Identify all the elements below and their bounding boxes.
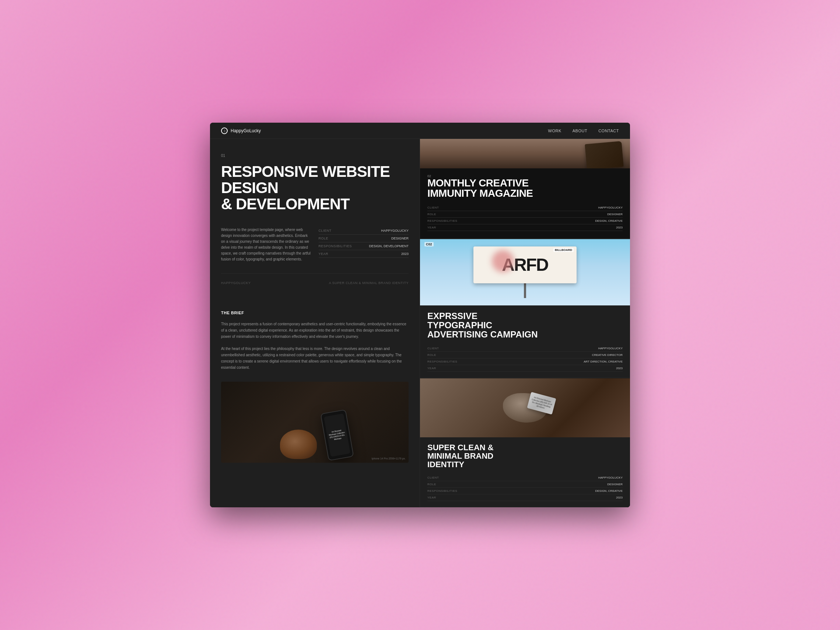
brief-para1: This project represents a fusion of cont… (221, 321, 409, 340)
p03-resp-label: RESPONSIBILITIES (427, 360, 457, 363)
p04-resp-label: RESPONSIBILITIES (427, 489, 457, 493)
browser-window: HappyGoLucky WORK ABOUT CONTACT 01 RESPO… (210, 123, 630, 507)
p03-client-value: HAPPYGOLUCKY (598, 347, 623, 350)
phone-mockup: Art Directed Mockups Collection (05) A/W… (320, 409, 354, 461)
p02-year-label: YEAR (427, 226, 436, 229)
nav-contact[interactable]: CONTACT (598, 129, 619, 133)
billboard-structure: BILLBOARD ARFD (470, 246, 580, 298)
p02-role-label: ROLE (427, 213, 436, 216)
bowl-shape (280, 429, 317, 459)
responsibilities-label: RESPONSIBILITIES (319, 244, 352, 248)
project-04-block: Art Directed Mockups Collection (05) A/W… (420, 378, 630, 507)
book-mockup (585, 141, 624, 168)
billboard-label: BILLBOARD (553, 248, 574, 252)
p02-client-value: HAPPYGOLUCKY (598, 206, 623, 209)
project-01-meta-desc: Welcome to the project template page, wh… (221, 227, 409, 262)
p04-meta-year: YEAR 2023 (427, 494, 623, 501)
project-01-description: Welcome to the project template page, wh… (221, 227, 311, 262)
meta-row-year: YEAR 2023 (319, 250, 409, 258)
p03-meta-year: YEAR 2023 (427, 365, 623, 372)
billboard-code: C02 (425, 242, 434, 246)
phone-caption: Iphone 14 Pro 2556×1179 px. (372, 457, 406, 460)
p03-year-label: YEAR (427, 366, 436, 370)
meta-row-role: ROLE DESIGNER (319, 235, 409, 242)
project-03-title: EXPRSSIVE TYPOGRAPHIC ADVERTISING CAMPAI… (427, 311, 623, 339)
project-04-meta-table: CLIENT HAPPYGOLUCKY ROLE DESIGNER RESPON… (427, 475, 623, 501)
phone-screen: Art Directed Mockups Collection (05) A/W… (324, 414, 350, 457)
project-03-block: BILLBOARD ARFD C02 EXPRSSIVE TYPOGRAPHIC… (420, 239, 630, 378)
brief-para2: At the heart of this project lies the ph… (221, 346, 409, 371)
responsibilities-value: DESIGN, DEVELOPMENT (369, 244, 409, 248)
project-02-title: MONTHLY CREATIVE IMMUNITY MAGAZINE (427, 178, 623, 199)
p03-role-value: CREATIVE DIRECTOR (592, 353, 623, 357)
project-01-title: RESPONSIVE WEBSITE DESIGN & DEVELOPMENT (221, 164, 409, 212)
p03-meta-client: CLIENT HAPPYGOLUCKY (427, 345, 623, 352)
p02-meta-role: ROLE DESIGNER (427, 211, 623, 218)
year-value: 2023 (401, 252, 409, 256)
brief-title: THE BRIEF (221, 311, 409, 315)
p04-year-label: YEAR (427, 496, 436, 499)
nav-work[interactable]: WORK (548, 129, 562, 133)
client-label: CLIENT (319, 229, 332, 232)
project-03-meta-section: EXPRSSIVE TYPOGRAPHIC ADVERTISING CAMPAI… (420, 305, 630, 377)
p03-role-label: ROLE (427, 353, 436, 357)
project-02-meta-table: CLIENT HAPPYGOLUCKY ROLE DESIGNER RESPON… (427, 204, 623, 231)
p04-meta-resp: RESPONSIBILITIES DESIGN, CREATIVE (427, 488, 623, 494)
metal-card: Art Directed Mockups Collection (05) A/W… (527, 392, 556, 414)
brand-name: HappyGoLucky (231, 128, 261, 133)
billboard-pole (524, 283, 526, 298)
project-01-number: 01 (221, 154, 409, 158)
meta-row-responsibilities: RESPONSIBILITIES DESIGN, DEVELOPMENT (319, 242, 409, 250)
p03-meta-resp: RESPONSIBILITIES ART DIRECTION, CREATIVE (427, 358, 623, 365)
navbar: HappyGoLucky WORK ABOUT CONTACT (210, 123, 630, 139)
p04-meta-role: ROLE DESIGNER (427, 481, 623, 488)
navbar-nav: WORK ABOUT CONTACT (548, 129, 619, 133)
p03-meta-role: ROLE CREATIVE DIRECTOR (427, 352, 623, 358)
meta-row-client: CLIENT HAPPYGOLUCKY (319, 227, 409, 235)
role-value: DESIGNER (391, 237, 409, 240)
stone-image: Art Directed Mockups Collection (05) A/W… (420, 378, 630, 437)
p02-resp-value: DESIGN, CREATIVE (595, 219, 623, 223)
p02-role-value: DESIGNER (607, 213, 623, 216)
project-02-hero-image (420, 139, 630, 168)
stone-shape: Art Directed Mockups Collection (05) A/W… (503, 393, 547, 423)
p03-year-value: 2023 (616, 366, 623, 370)
p04-client-value: HAPPYGOLUCKY (598, 476, 623, 479)
role-label: ROLE (319, 237, 328, 240)
project-02-block: 02 MONTHLY CREATIVE IMMUNITY MAGAZINE CL… (420, 139, 630, 239)
p03-client-label: CLIENT (427, 347, 439, 350)
project-02-content: 02 MONTHLY CREATIVE IMMUNITY MAGAZINE CL… (420, 168, 630, 238)
project-04-title: SUPER CLEAN & MINIMAL BRAND IDENTITY (427, 443, 623, 469)
p02-meta-year: YEAR 2023 (427, 224, 623, 231)
p04-role-value: DESIGNER (607, 483, 623, 486)
client-value: HAPPYGOLUCKY (381, 229, 409, 232)
p04-resp-value: DESIGN, CREATIVE (595, 489, 623, 493)
left-project-image: Art Directed Mockups Collection (05) A/W… (221, 382, 409, 463)
stone-background: Art Directed Mockups Collection (05) A/W… (420, 378, 630, 437)
navbar-logo: HappyGoLucky (221, 128, 261, 134)
brief-section: THE BRIEF This project represents a fusi… (221, 300, 409, 371)
billboard-blob-decoration (492, 250, 514, 272)
hero-hands-background (420, 139, 630, 168)
footer-tagline: A SUPER CLEAN & MINIMAL BRAND IDENTITY (329, 281, 409, 285)
logo-icon (221, 128, 228, 134)
footer-brand-name: HappyGoLucky (221, 281, 251, 285)
project-04-meta-section: SUPER CLEAN & MINIMAL BRAND IDENTITY CLI… (420, 437, 630, 507)
p03-resp-value: ART DIRECTION, CREATIVE (584, 360, 623, 363)
p02-year-value: 2023 (616, 226, 623, 229)
p04-role-label: ROLE (427, 483, 436, 486)
phone-screen-text: Art Directed Mockups Collection (05) A/W… (326, 427, 348, 444)
billboard-image: BILLBOARD ARFD C02 (420, 239, 630, 305)
project-03-meta-table: CLIENT HAPPYGOLUCKY ROLE CREATIVE DIRECT… (427, 345, 623, 372)
metal-card-text: Art Directed Mockups Collection (05) A/W… (527, 393, 556, 413)
p02-meta-resp: RESPONSIBILITIES DESIGN, CREATIVE (427, 218, 623, 224)
p02-resp-label: RESPONSIBILITIES (427, 219, 457, 223)
nav-about[interactable]: ABOUT (573, 129, 587, 133)
footer-brand: HappyGoLucky A SUPER CLEAN & MINIMAL BRA… (221, 273, 409, 285)
left-column: 01 RESPONSIVE WEBSITE DESIGN & DEVELOPME… (210, 139, 420, 507)
p04-year-value: 2023 (616, 496, 623, 499)
main-layout: 01 RESPONSIVE WEBSITE DESIGN & DEVELOPME… (210, 139, 630, 507)
project-01-meta-table: CLIENT HAPPYGOLUCKY ROLE DESIGNER RESPON… (319, 227, 409, 262)
p04-client-label: CLIENT (427, 476, 439, 479)
phone-mockup-area: Art Directed Mockups Collection (05) A/W… (221, 382, 409, 463)
